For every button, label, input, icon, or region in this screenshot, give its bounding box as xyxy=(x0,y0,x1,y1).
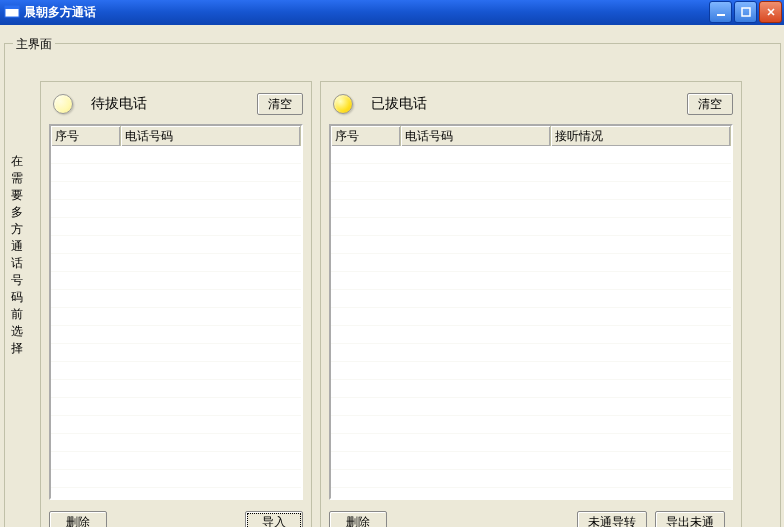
listview-dialed-body[interactable] xyxy=(331,146,731,498)
close-button[interactable] xyxy=(759,1,782,23)
col-phone[interactable]: 电话号码 xyxy=(121,126,301,146)
col-seq[interactable]: 序号 xyxy=(331,126,401,146)
delete-dialed-button[interactable]: 删除 xyxy=(329,511,387,527)
panel-dialed-calls: 已拔电话 清空 序号 电话号码 接听情况 删除 未通导转 导出未通 xyxy=(320,81,742,527)
panel-pending-calls: 待拔电话 清空 序号 电话号码 删除 导入 xyxy=(40,81,312,527)
listview-pending-header[interactable]: 序号 电话号码 xyxy=(51,126,301,147)
col-phone[interactable]: 电话号码 xyxy=(401,126,551,146)
panel-pending-title: 待拔电话 xyxy=(91,95,257,113)
listview-dialed[interactable]: 序号 电话号码 接听情况 xyxy=(329,124,733,500)
panel-dialed-foot: 删除 未通导转 导出未通 xyxy=(329,510,733,527)
window-controls xyxy=(709,1,782,23)
maximize-button[interactable] xyxy=(734,1,757,23)
export-unreached-button[interactable]: 导出未通 xyxy=(655,511,725,527)
import-button[interactable]: 导入 xyxy=(245,511,303,527)
panel-dialed-head: 已拔电话 清空 xyxy=(329,92,733,116)
listview-dialed-header[interactable]: 序号 电话号码 接听情况 xyxy=(331,126,731,147)
panel-dialed-title: 已拔电话 xyxy=(371,95,687,113)
forward-unreached-button[interactable]: 未通导转 xyxy=(577,511,647,527)
panel-pending-head: 待拔电话 清空 xyxy=(49,92,303,116)
clear-dialed-button[interactable]: 清空 xyxy=(687,93,733,115)
status-led-pending xyxy=(53,94,73,114)
clear-pending-button[interactable]: 清空 xyxy=(257,93,303,115)
col-status[interactable]: 接听情况 xyxy=(551,126,731,146)
col-seq[interactable]: 序号 xyxy=(51,126,121,146)
svg-rect-1 xyxy=(5,6,19,9)
side-note: 在需要多方通话号码前选择 xyxy=(10,153,24,357)
listview-pending-body[interactable] xyxy=(51,146,301,498)
app-icon xyxy=(4,4,20,20)
groupbox-main-label: 主界面 xyxy=(13,36,55,53)
svg-rect-3 xyxy=(742,8,750,16)
svg-rect-2 xyxy=(717,14,725,16)
client-area: 主界面 在需要多方通话号码前选择 待拔电话 清空 序号 电话号码 删除 导入 已… xyxy=(0,24,784,527)
window-titlebar: 晨朝多方通话 xyxy=(0,0,784,24)
status-led-dialed xyxy=(333,94,353,114)
window-title: 晨朝多方通话 xyxy=(24,4,709,21)
listview-pending[interactable]: 序号 电话号码 xyxy=(49,124,303,500)
minimize-button[interactable] xyxy=(709,1,732,23)
delete-pending-button[interactable]: 删除 xyxy=(49,511,107,527)
panel-pending-foot: 删除 导入 xyxy=(49,510,303,527)
